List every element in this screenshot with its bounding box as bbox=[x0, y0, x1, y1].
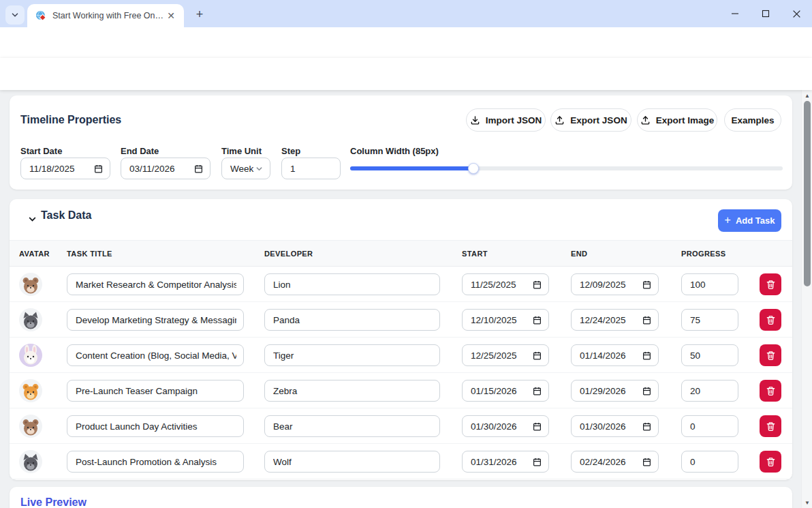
add-task-button[interactable]: + Add Task bbox=[718, 209, 781, 232]
progress-input[interactable] bbox=[690, 457, 731, 467]
start-date-input[interactable] bbox=[29, 164, 90, 174]
calendar-icon[interactable] bbox=[642, 387, 651, 395]
end-date-field bbox=[571, 380, 659, 402]
scrollbar-thumb[interactable] bbox=[804, 101, 811, 286]
progress-input[interactable] bbox=[690, 315, 731, 325]
browser-window: Start Working with Free Online ✕ + ← → ⟳… bbox=[0, 0, 812, 508]
time-unit-select[interactable]: Week bbox=[221, 158, 270, 179]
task-title-input[interactable] bbox=[76, 421, 236, 432]
developer-input[interactable] bbox=[273, 386, 433, 396]
column-header-developer: DEVELOPER bbox=[264, 241, 313, 267]
task-table-header: AVATAR TASK TITLE DEVELOPER START END PR… bbox=[10, 240, 792, 267]
progress-input[interactable] bbox=[690, 350, 731, 361]
examples-button[interactable]: Examples bbox=[724, 108, 781, 132]
calendar-icon[interactable] bbox=[642, 280, 651, 289]
maximize-button[interactable] bbox=[750, 0, 781, 27]
developer-input[interactable] bbox=[273, 315, 433, 325]
end-date-input[interactable] bbox=[580, 280, 638, 290]
trash-icon bbox=[766, 421, 776, 432]
start-date-input[interactable] bbox=[471, 315, 529, 325]
examples-label: Examples bbox=[731, 115, 774, 125]
trash-icon bbox=[766, 457, 776, 467]
progress-input[interactable] bbox=[690, 386, 731, 396]
delete-task-button[interactable] bbox=[760, 415, 781, 437]
start-date-input[interactable] bbox=[471, 350, 529, 361]
browser-toolbar: ← → ⟳ ai-toolbox.visual-paradigm.com/app… bbox=[0, 27, 812, 58]
time-unit-label: Time Unit bbox=[221, 146, 262, 156]
calendar-icon[interactable] bbox=[533, 387, 542, 395]
calendar-icon[interactable] bbox=[533, 422, 542, 431]
plus-icon: + bbox=[725, 214, 731, 226]
calendar-icon[interactable] bbox=[194, 164, 203, 173]
slider-thumb[interactable] bbox=[468, 163, 479, 174]
calendar-icon[interactable] bbox=[642, 351, 651, 360]
calendar-icon[interactable] bbox=[533, 280, 542, 289]
import-json-label: Import JSON bbox=[486, 115, 542, 125]
task-row bbox=[10, 408, 792, 444]
delete-task-button[interactable] bbox=[760, 380, 781, 402]
collapse-chevron-icon[interactable] bbox=[28, 215, 37, 224]
minimize-icon bbox=[731, 10, 739, 18]
start-date-input[interactable] bbox=[471, 457, 529, 467]
calendar-icon[interactable] bbox=[533, 351, 542, 360]
end-date-input[interactable] bbox=[129, 164, 190, 174]
task-title-input[interactable] bbox=[76, 457, 236, 467]
tab-search-button[interactable] bbox=[5, 5, 25, 25]
calendar-icon[interactable] bbox=[94, 164, 103, 173]
end-date-field bbox=[571, 344, 659, 366]
export-image-button[interactable]: Export Image bbox=[637, 108, 717, 132]
developer-input[interactable] bbox=[273, 421, 433, 432]
end-date-field bbox=[571, 273, 659, 295]
minimize-button[interactable] bbox=[719, 0, 751, 27]
task-title-input[interactable] bbox=[76, 386, 236, 396]
task-row bbox=[10, 302, 792, 338]
start-date-input[interactable] bbox=[471, 386, 529, 396]
end-date-input[interactable] bbox=[580, 421, 638, 432]
progress-field bbox=[681, 273, 738, 295]
export-json-button[interactable]: Export JSON bbox=[550, 108, 631, 132]
end-date-input[interactable] bbox=[580, 457, 638, 467]
scroll-up-arrow[interactable]: ▲ bbox=[802, 90, 812, 101]
app-header bbox=[0, 58, 812, 90]
close-window-button[interactable] bbox=[781, 0, 812, 27]
start-date-input[interactable] bbox=[471, 280, 529, 290]
end-date-input[interactable] bbox=[580, 386, 638, 396]
end-date-field bbox=[121, 158, 210, 179]
calendar-icon[interactable] bbox=[642, 422, 651, 431]
delete-task-button[interactable] bbox=[760, 309, 781, 331]
task-title-input[interactable] bbox=[76, 280, 236, 290]
developer-field bbox=[264, 344, 440, 366]
task-title-field bbox=[67, 309, 244, 331]
calendar-icon[interactable] bbox=[533, 316, 542, 325]
delete-task-button[interactable] bbox=[760, 273, 781, 295]
column-width-slider[interactable] bbox=[350, 158, 783, 179]
delete-task-button[interactable] bbox=[760, 344, 781, 366]
developer-input[interactable] bbox=[273, 457, 433, 467]
chevron-down-icon bbox=[255, 165, 263, 173]
developer-input[interactable] bbox=[273, 350, 433, 361]
end-date-input[interactable] bbox=[580, 350, 638, 361]
developer-input[interactable] bbox=[273, 280, 433, 290]
calendar-icon[interactable] bbox=[642, 316, 651, 325]
end-date-input[interactable] bbox=[580, 315, 638, 325]
progress-input[interactable] bbox=[690, 421, 731, 432]
browser-tab[interactable]: Start Working with Free Online ✕ bbox=[27, 4, 184, 27]
task-title-input[interactable] bbox=[76, 315, 236, 325]
start-date-input[interactable] bbox=[471, 421, 529, 432]
start-date-label: Start Date bbox=[20, 146, 62, 156]
scroll-down-arrow[interactable]: ▼ bbox=[802, 497, 812, 508]
tab-close-icon[interactable]: ✕ bbox=[165, 10, 177, 22]
start-date-field bbox=[462, 415, 549, 437]
calendar-icon[interactable] bbox=[642, 458, 651, 466]
start-date-field bbox=[462, 380, 549, 402]
developer-field bbox=[264, 309, 440, 331]
calendar-icon[interactable] bbox=[533, 458, 542, 466]
import-json-button[interactable]: Import JSON bbox=[466, 108, 546, 132]
progress-input[interactable] bbox=[690, 280, 731, 290]
page-scrollbar[interactable]: ▲ ▼ bbox=[801, 90, 812, 508]
delete-task-button[interactable] bbox=[760, 451, 781, 473]
task-title-input[interactable] bbox=[76, 350, 236, 361]
end-date-label: End Date bbox=[121, 146, 159, 156]
new-tab-button[interactable]: + bbox=[191, 6, 208, 23]
step-input[interactable] bbox=[290, 164, 333, 174]
